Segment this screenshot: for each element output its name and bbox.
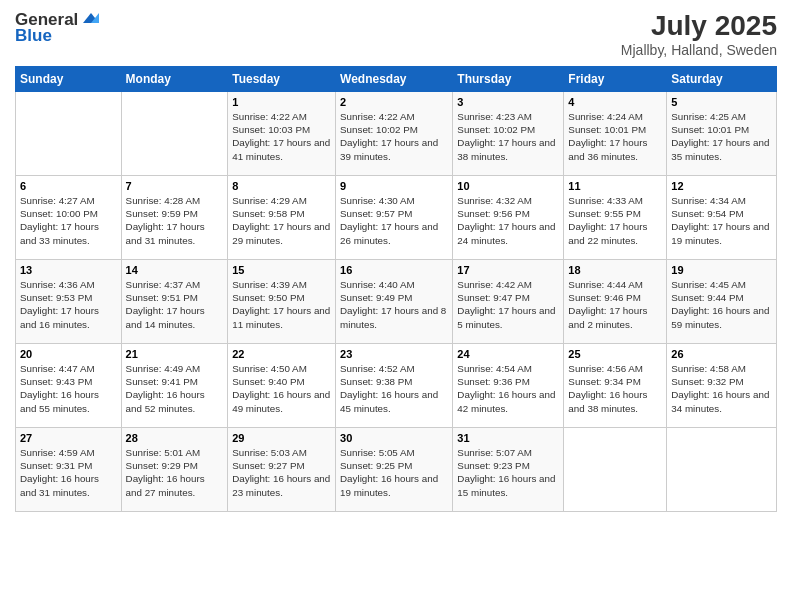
- calendar-cell: 29Sunrise: 5:03 AM Sunset: 9:27 PM Dayli…: [228, 428, 336, 512]
- day-info: Sunrise: 4:52 AM Sunset: 9:38 PM Dayligh…: [340, 362, 448, 415]
- day-info: Sunrise: 5:05 AM Sunset: 9:25 PM Dayligh…: [340, 446, 448, 499]
- calendar-cell: 20Sunrise: 4:47 AM Sunset: 9:43 PM Dayli…: [16, 344, 122, 428]
- day-info: Sunrise: 4:44 AM Sunset: 9:46 PM Dayligh…: [568, 278, 662, 331]
- day-info: Sunrise: 4:40 AM Sunset: 9:49 PM Dayligh…: [340, 278, 448, 331]
- day-info: Sunrise: 4:49 AM Sunset: 9:41 PM Dayligh…: [126, 362, 224, 415]
- calendar-week-row: 6Sunrise: 4:27 AM Sunset: 10:00 PM Dayli…: [16, 176, 777, 260]
- day-number: 2: [340, 96, 448, 108]
- calendar-cell: 31Sunrise: 5:07 AM Sunset: 9:23 PM Dayli…: [453, 428, 564, 512]
- calendar-cell: [16, 92, 122, 176]
- calendar-cell: 19Sunrise: 4:45 AM Sunset: 9:44 PM Dayli…: [667, 260, 777, 344]
- header: General Blue July 2025 Mjallby, Halland,…: [15, 10, 777, 58]
- day-number: 6: [20, 180, 117, 192]
- day-info: Sunrise: 4:23 AM Sunset: 10:02 PM Daylig…: [457, 110, 559, 163]
- title-area: July 2025 Mjallby, Halland, Sweden: [621, 10, 777, 58]
- calendar-cell: 16Sunrise: 4:40 AM Sunset: 9:49 PM Dayli…: [336, 260, 453, 344]
- calendar-cell: 8Sunrise: 4:29 AM Sunset: 9:58 PM Daylig…: [228, 176, 336, 260]
- day-info: Sunrise: 4:25 AM Sunset: 10:01 PM Daylig…: [671, 110, 772, 163]
- day-info: Sunrise: 4:22 AM Sunset: 10:02 PM Daylig…: [340, 110, 448, 163]
- day-number: 29: [232, 432, 331, 444]
- logo: General Blue: [15, 10, 101, 46]
- calendar-cell: 28Sunrise: 5:01 AM Sunset: 9:29 PM Dayli…: [121, 428, 228, 512]
- day-number: 8: [232, 180, 331, 192]
- day-info: Sunrise: 4:36 AM Sunset: 9:53 PM Dayligh…: [20, 278, 117, 331]
- day-number: 18: [568, 264, 662, 276]
- day-info: Sunrise: 4:50 AM Sunset: 9:40 PM Dayligh…: [232, 362, 331, 415]
- day-of-week-header: Monday: [121, 67, 228, 92]
- day-info: Sunrise: 5:07 AM Sunset: 9:23 PM Dayligh…: [457, 446, 559, 499]
- calendar-cell: 13Sunrise: 4:36 AM Sunset: 9:53 PM Dayli…: [16, 260, 122, 344]
- day-info: Sunrise: 4:24 AM Sunset: 10:01 PM Daylig…: [568, 110, 662, 163]
- calendar-week-row: 1Sunrise: 4:22 AM Sunset: 10:03 PM Dayli…: [16, 92, 777, 176]
- day-of-week-header: Saturday: [667, 67, 777, 92]
- day-info: Sunrise: 4:22 AM Sunset: 10:03 PM Daylig…: [232, 110, 331, 163]
- day-number: 20: [20, 348, 117, 360]
- calendar-cell: [121, 92, 228, 176]
- day-of-week-header: Wednesday: [336, 67, 453, 92]
- day-info: Sunrise: 4:29 AM Sunset: 9:58 PM Dayligh…: [232, 194, 331, 247]
- calendar-cell: 7Sunrise: 4:28 AM Sunset: 9:59 PM Daylig…: [121, 176, 228, 260]
- calendar-cell: 3Sunrise: 4:23 AM Sunset: 10:02 PM Dayli…: [453, 92, 564, 176]
- calendar-header-row: SundayMondayTuesdayWednesdayThursdayFrid…: [16, 67, 777, 92]
- day-info: Sunrise: 4:56 AM Sunset: 9:34 PM Dayligh…: [568, 362, 662, 415]
- calendar-cell: 11Sunrise: 4:33 AM Sunset: 9:55 PM Dayli…: [564, 176, 667, 260]
- calendar-cell: [667, 428, 777, 512]
- calendar-cell: 23Sunrise: 4:52 AM Sunset: 9:38 PM Dayli…: [336, 344, 453, 428]
- day-number: 24: [457, 348, 559, 360]
- day-info: Sunrise: 4:59 AM Sunset: 9:31 PM Dayligh…: [20, 446, 117, 499]
- day-info: Sunrise: 4:34 AM Sunset: 9:54 PM Dayligh…: [671, 194, 772, 247]
- day-of-week-header: Sunday: [16, 67, 122, 92]
- day-info: Sunrise: 4:27 AM Sunset: 10:00 PM Daylig…: [20, 194, 117, 247]
- day-info: Sunrise: 4:32 AM Sunset: 9:56 PM Dayligh…: [457, 194, 559, 247]
- calendar-cell: 18Sunrise: 4:44 AM Sunset: 9:46 PM Dayli…: [564, 260, 667, 344]
- day-info: Sunrise: 4:58 AM Sunset: 9:32 PM Dayligh…: [671, 362, 772, 415]
- calendar-table: SundayMondayTuesdayWednesdayThursdayFrid…: [15, 66, 777, 512]
- day-info: Sunrise: 4:37 AM Sunset: 9:51 PM Dayligh…: [126, 278, 224, 331]
- calendar-cell: 15Sunrise: 4:39 AM Sunset: 9:50 PM Dayli…: [228, 260, 336, 344]
- day-info: Sunrise: 4:42 AM Sunset: 9:47 PM Dayligh…: [457, 278, 559, 331]
- calendar-cell: 24Sunrise: 4:54 AM Sunset: 9:36 PM Dayli…: [453, 344, 564, 428]
- page: General Blue July 2025 Mjallby, Halland,…: [0, 0, 792, 612]
- calendar-cell: 26Sunrise: 4:58 AM Sunset: 9:32 PM Dayli…: [667, 344, 777, 428]
- day-info: Sunrise: 5:01 AM Sunset: 9:29 PM Dayligh…: [126, 446, 224, 499]
- calendar-week-row: 27Sunrise: 4:59 AM Sunset: 9:31 PM Dayli…: [16, 428, 777, 512]
- day-number: 27: [20, 432, 117, 444]
- calendar-cell: 9Sunrise: 4:30 AM Sunset: 9:57 PM Daylig…: [336, 176, 453, 260]
- calendar-cell: 1Sunrise: 4:22 AM Sunset: 10:03 PM Dayli…: [228, 92, 336, 176]
- day-number: 17: [457, 264, 559, 276]
- calendar-cell: 30Sunrise: 5:05 AM Sunset: 9:25 PM Dayli…: [336, 428, 453, 512]
- calendar-cell: 6Sunrise: 4:27 AM Sunset: 10:00 PM Dayli…: [16, 176, 122, 260]
- calendar-cell: 12Sunrise: 4:34 AM Sunset: 9:54 PM Dayli…: [667, 176, 777, 260]
- calendar-cell: 14Sunrise: 4:37 AM Sunset: 9:51 PM Dayli…: [121, 260, 228, 344]
- calendar-cell: 21Sunrise: 4:49 AM Sunset: 9:41 PM Dayli…: [121, 344, 228, 428]
- day-info: Sunrise: 4:45 AM Sunset: 9:44 PM Dayligh…: [671, 278, 772, 331]
- day-of-week-header: Tuesday: [228, 67, 336, 92]
- calendar-cell: 2Sunrise: 4:22 AM Sunset: 10:02 PM Dayli…: [336, 92, 453, 176]
- calendar-cell: 5Sunrise: 4:25 AM Sunset: 10:01 PM Dayli…: [667, 92, 777, 176]
- calendar-cell: 17Sunrise: 4:42 AM Sunset: 9:47 PM Dayli…: [453, 260, 564, 344]
- day-number: 23: [340, 348, 448, 360]
- day-number: 4: [568, 96, 662, 108]
- day-info: Sunrise: 4:30 AM Sunset: 9:57 PM Dayligh…: [340, 194, 448, 247]
- day-info: Sunrise: 4:39 AM Sunset: 9:50 PM Dayligh…: [232, 278, 331, 331]
- day-info: Sunrise: 4:54 AM Sunset: 9:36 PM Dayligh…: [457, 362, 559, 415]
- day-info: Sunrise: 5:03 AM Sunset: 9:27 PM Dayligh…: [232, 446, 331, 499]
- day-number: 30: [340, 432, 448, 444]
- day-number: 10: [457, 180, 559, 192]
- day-number: 14: [126, 264, 224, 276]
- day-info: Sunrise: 4:47 AM Sunset: 9:43 PM Dayligh…: [20, 362, 117, 415]
- day-number: 13: [20, 264, 117, 276]
- day-number: 3: [457, 96, 559, 108]
- day-number: 16: [340, 264, 448, 276]
- day-number: 5: [671, 96, 772, 108]
- subtitle: Mjallby, Halland, Sweden: [621, 42, 777, 58]
- day-info: Sunrise: 4:33 AM Sunset: 9:55 PM Dayligh…: [568, 194, 662, 247]
- calendar-cell: 4Sunrise: 4:24 AM Sunset: 10:01 PM Dayli…: [564, 92, 667, 176]
- calendar-week-row: 20Sunrise: 4:47 AM Sunset: 9:43 PM Dayli…: [16, 344, 777, 428]
- day-number: 9: [340, 180, 448, 192]
- calendar-week-row: 13Sunrise: 4:36 AM Sunset: 9:53 PM Dayli…: [16, 260, 777, 344]
- day-number: 31: [457, 432, 559, 444]
- day-of-week-header: Thursday: [453, 67, 564, 92]
- day-number: 7: [126, 180, 224, 192]
- day-number: 26: [671, 348, 772, 360]
